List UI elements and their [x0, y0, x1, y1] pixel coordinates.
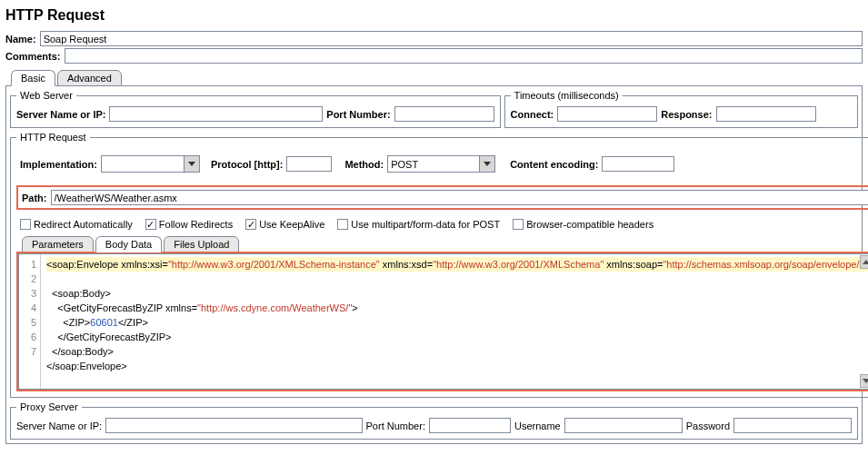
method-label: Method:	[344, 159, 384, 170]
checkbox-icon	[20, 219, 31, 230]
tab-files-upload[interactable]: Files Upload	[164, 236, 239, 252]
comments-field[interactable]	[65, 48, 863, 64]
name-field[interactable]	[40, 31, 863, 46]
chevron-down-icon[interactable]	[479, 156, 494, 172]
chevron-down-icon[interactable]	[184, 156, 199, 172]
server-name-label: Server Name or IP:	[16, 109, 105, 120]
name-label: Name:	[5, 34, 36, 45]
tab-parameters[interactable]: Parameters	[22, 236, 94, 252]
proxy-server-label: Server Name or IP:	[16, 420, 102, 431]
follow-redirects-check[interactable]: Follow Redirects	[145, 219, 233, 230]
proxy-server-group: Proxy Server Server Name or IP: Port Num…	[10, 401, 858, 440]
scroll-up-icon[interactable]	[860, 255, 868, 269]
page-title: HTTP Request	[5, 7, 863, 24]
content-encoding-label: Content encoding:	[510, 159, 598, 170]
checkbox-checked-icon	[245, 219, 256, 230]
comments-label: Comments:	[5, 51, 61, 62]
connect-timeout-label: Connect:	[511, 109, 554, 120]
proxy-pass-label: Password	[686, 420, 730, 431]
proxy-user-label: Username	[514, 420, 561, 431]
content-encoding-field[interactable]	[602, 156, 674, 172]
protocol-label: Protocol [http]:	[211, 159, 283, 170]
proxy-server-field[interactable]	[105, 418, 362, 433]
path-row: Path:	[16, 185, 868, 210]
response-timeout-field[interactable]	[716, 106, 816, 122]
server-name-field[interactable]	[109, 106, 323, 122]
body-data-panel: 1234567 <soap:Envelope xmlns:xsi="http:/…	[16, 252, 868, 391]
timeouts-group: Timeouts (milliseconds) Connect: Respons…	[504, 90, 858, 128]
http-request-legend: HTTP Request	[16, 132, 90, 143]
checkbox-icon	[337, 219, 348, 230]
path-field[interactable]	[51, 190, 869, 205]
path-label: Path:	[22, 193, 47, 203]
proxy-port-field[interactable]	[429, 418, 511, 433]
proxy-port-label: Port Number:	[366, 420, 425, 431]
port-number-field[interactable]	[394, 106, 494, 122]
web-server-group: Web Server Server Name or IP: Port Numbe…	[10, 90, 501, 128]
method-field[interactable]	[388, 156, 479, 172]
web-server-legend: Web Server	[16, 90, 76, 101]
checkbox-icon	[513, 219, 524, 230]
keepalive-check[interactable]: Use KeepAlive	[245, 219, 324, 230]
connect-timeout-field[interactable]	[557, 106, 657, 122]
proxy-pass-field[interactable]	[733, 418, 852, 433]
implementation-combo[interactable]	[101, 155, 200, 173]
http-request-group: HTTP Request Implementation: Protocol [h…	[10, 132, 868, 398]
browser-compat-check[interactable]: Browser-compatible headers	[513, 219, 653, 230]
port-number-label: Port Number:	[326, 109, 390, 120]
redirect-auto-check[interactable]: Redirect Automatically	[20, 219, 133, 230]
body-data-editor[interactable]: 1234567 <soap:Envelope xmlns:xsi="http:/…	[18, 253, 868, 390]
checkbox-checked-icon	[145, 219, 156, 230]
proxy-user-field[interactable]	[564, 418, 683, 433]
tab-basic[interactable]: Basic	[11, 70, 55, 86]
method-combo[interactable]	[387, 155, 495, 173]
tab-body-data[interactable]: Body Data	[95, 236, 162, 252]
tab-advanced[interactable]: Advanced	[57, 70, 122, 86]
proxy-server-legend: Proxy Server	[16, 401, 82, 412]
scroll-down-icon[interactable]	[860, 374, 868, 388]
implementation-field[interactable]	[102, 156, 184, 172]
timeouts-legend: Timeouts (milliseconds)	[511, 90, 623, 101]
response-timeout-label: Response:	[661, 109, 712, 120]
implementation-label: Implementation:	[20, 159, 97, 170]
multipart-check[interactable]: Use multipart/form-data for POST	[337, 219, 500, 230]
protocol-field[interactable]	[286, 156, 332, 172]
